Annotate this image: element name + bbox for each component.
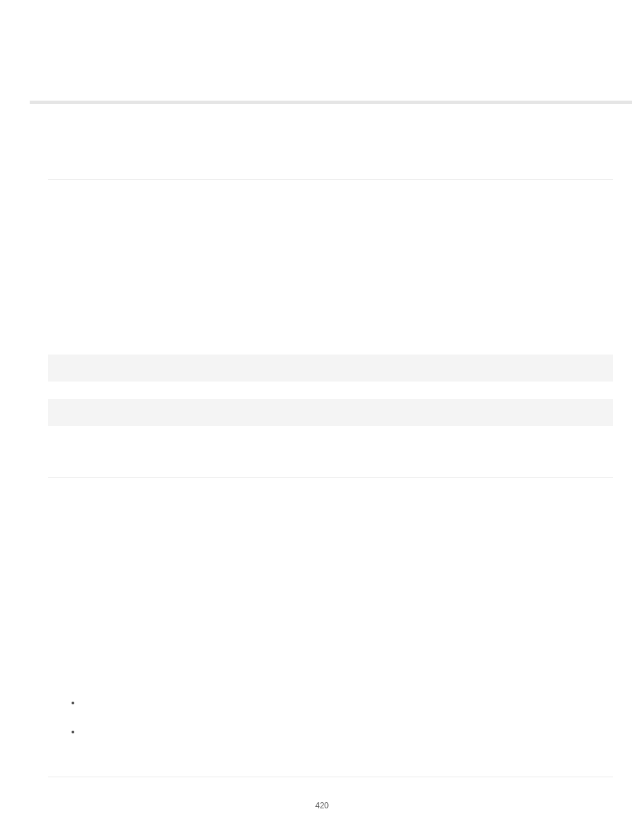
highlight-band [48,355,613,382]
header-divider [30,101,632,104]
horizontal-rule [48,179,613,180]
horizontal-rule [48,477,613,478]
bullet-icon [72,702,74,704]
highlight-band [48,399,613,426]
bullet-icon [72,731,74,733]
horizontal-rule [48,777,613,777]
page-number: 420 [0,801,644,810]
